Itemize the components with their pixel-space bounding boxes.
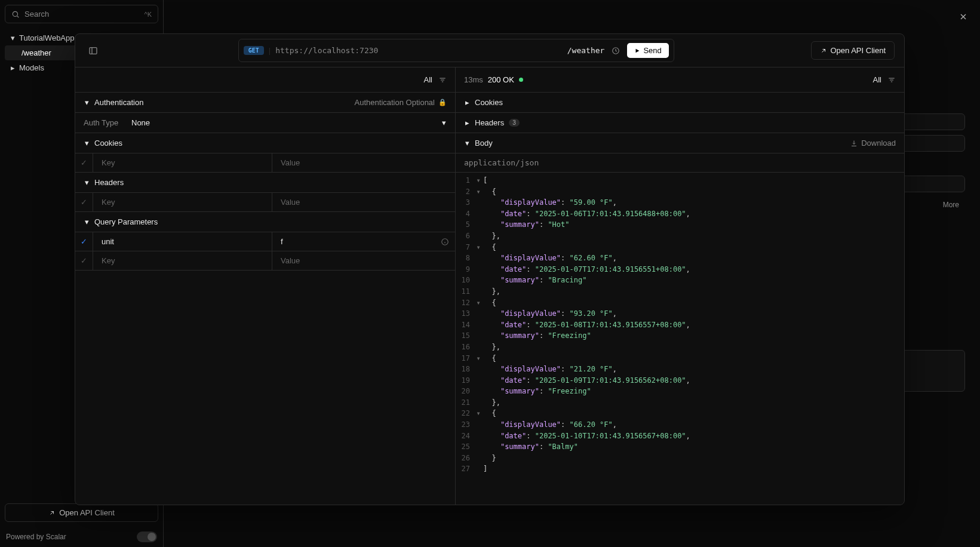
- headers-count-badge: 3: [509, 119, 520, 127]
- query-key-input[interactable]: Key: [93, 251, 272, 270]
- line-number: 7: [456, 242, 474, 253]
- json-line-content: "date": "2025-01-09T17:01:43.9156562+08:…: [483, 375, 904, 386]
- fold-toggle: [474, 342, 483, 353]
- json-viewer[interactable]: 1▾[2▾ {3 "displayValue": "59.00 °F",4 "d…: [456, 173, 904, 505]
- json-line: 12▾ {: [456, 297, 904, 309]
- response-body-header[interactable]: ▾ Body Download: [456, 133, 904, 153]
- url-path: /weather: [567, 46, 605, 55]
- json-line: 13 "displayValue": "93.20 °F",: [456, 308, 904, 319]
- response-status-code: 200 OK: [488, 75, 514, 84]
- svg-marker-7: [636, 48, 640, 53]
- chevron-down-icon: ▾: [84, 139, 90, 147]
- row-checkbox[interactable]: ✓: [75, 153, 93, 172]
- chevron-down-icon: ▾: [84, 178, 90, 187]
- fold-toggle: [474, 231, 483, 242]
- fold-toggle: [474, 386, 483, 397]
- json-line: 8 "displayValue": "62.60 °F",: [456, 253, 904, 264]
- query-key-input[interactable]: unit: [93, 232, 272, 251]
- send-button[interactable]: Send: [627, 43, 668, 58]
- chevron-down-icon: ▾: [10, 33, 16, 42]
- json-line-content: {: [483, 353, 904, 364]
- header-key-input[interactable]: Key: [93, 193, 272, 211]
- fold-toggle: [474, 441, 483, 453]
- json-line-content: "displayValue": "93.20 °F",: [483, 308, 904, 319]
- filter-button[interactable]: [887, 76, 896, 84]
- fold-toggle[interactable]: ▾: [474, 297, 483, 309]
- theme-toggle[interactable]: ☾: [137, 531, 157, 542]
- response-cookies-header[interactable]: ▸ Cookies: [456, 93, 904, 113]
- header-value-input[interactable]: Value: [272, 193, 455, 211]
- json-line: 20 "summary": "Freezing": [456, 386, 904, 397]
- open-api-client-footer-button[interactable]: Open API Client: [5, 503, 158, 522]
- open-api-client-label: Open API Client: [59, 508, 115, 517]
- fold-toggle: [474, 453, 483, 464]
- row-info-button[interactable]: [441, 238, 455, 246]
- auth-section-header[interactable]: ▾ Authentication Authentication Optional…: [75, 93, 455, 113]
- json-line-content: },: [483, 286, 904, 297]
- json-line: 7▾ {: [456, 242, 904, 253]
- row-checkbox[interactable]: ✓: [75, 251, 93, 270]
- filter-button[interactable]: [438, 76, 447, 84]
- query-section-title: Query Parameters: [94, 217, 158, 226]
- fold-toggle: [474, 275, 483, 286]
- json-line-content: "displayValue": "59.00 °F",: [483, 197, 904, 208]
- line-number: 24: [456, 431, 474, 442]
- line-number: 14: [456, 319, 474, 331]
- json-line-content: "summary": "Freezing": [483, 386, 904, 397]
- svg-point-0: [13, 11, 17, 16]
- auth-type-select[interactable]: None ▾: [131, 118, 447, 127]
- line-number: 18: [456, 364, 474, 375]
- powered-text: Powered by Scalar: [6, 533, 66, 541]
- history-button[interactable]: [609, 44, 622, 57]
- json-line-content: },: [483, 231, 904, 242]
- response-panel: 13ms 200 OK All ▸ Cookies ▸ Headers 3 ▾: [456, 67, 904, 505]
- cookie-value-input[interactable]: Value: [272, 153, 455, 172]
- line-number: 19: [456, 375, 474, 386]
- line-number: 5: [456, 219, 474, 231]
- method-badge[interactable]: GET: [244, 46, 264, 55]
- query-section-header[interactable]: ▾ Query Parameters: [75, 212, 455, 232]
- fold-toggle: [474, 286, 483, 297]
- cookie-key-input[interactable]: Key: [93, 153, 272, 172]
- filter-all-button[interactable]: All: [873, 75, 881, 84]
- filter-icon: [438, 76, 447, 84]
- filter-all-button[interactable]: All: [424, 75, 432, 84]
- chevron-down-icon: ▾: [464, 139, 470, 147]
- response-headers-header[interactable]: ▸ Headers 3: [456, 113, 904, 133]
- fold-toggle[interactable]: ▾: [474, 408, 483, 419]
- row-checkbox[interactable]: ✓: [75, 232, 93, 251]
- info-icon: [441, 238, 449, 246]
- auth-type-value: None: [131, 118, 150, 127]
- json-line-content: "date": "2025-01-06T17:01:43.9156488+08:…: [483, 208, 904, 220]
- fold-toggle[interactable]: ▾: [474, 242, 483, 253]
- query-value-input[interactable]: Value: [272, 251, 455, 270]
- headers-section-title: Headers: [94, 178, 124, 187]
- fold-toggle: [474, 431, 483, 442]
- fold-toggle[interactable]: ▾: [474, 353, 483, 364]
- fold-toggle[interactable]: ▾: [474, 175, 483, 186]
- line-number: 6: [456, 231, 474, 242]
- cookies-section-header[interactable]: ▾ Cookies: [75, 133, 455, 153]
- url-input-box[interactable]: GET | https://localhost:7230 /weather Se…: [238, 39, 674, 62]
- search-input[interactable]: Search ^K: [5, 5, 158, 23]
- json-line-content: "summary": "Hot": [483, 219, 904, 231]
- close-button[interactable]: [959, 12, 968, 21]
- auth-type-label: Auth Type: [84, 118, 131, 127]
- headers-section-header[interactable]: ▾ Headers: [75, 173, 455, 193]
- json-line: 25 "summary": "Balmy": [456, 441, 904, 453]
- download-button[interactable]: Download: [850, 139, 896, 147]
- fold-toggle[interactable]: ▾: [474, 186, 483, 198]
- fold-toggle: [474, 308, 483, 319]
- json-line: 10 "summary": "Bracing": [456, 275, 904, 286]
- chevron-right-icon: ▸: [464, 98, 470, 107]
- row-checkbox[interactable]: ✓: [75, 193, 93, 211]
- close-icon: [959, 12, 968, 21]
- open-api-client-button[interactable]: Open API Client: [811, 41, 895, 60]
- json-line: 5 "summary": "Hot": [456, 219, 904, 231]
- query-value-input[interactable]: f: [272, 232, 441, 251]
- line-number: 16: [456, 342, 474, 353]
- line-number: 10: [456, 275, 474, 286]
- external-link-icon: [48, 509, 56, 517]
- toggle-sidebar-button[interactable]: [85, 42, 102, 59]
- line-number: 20: [456, 386, 474, 397]
